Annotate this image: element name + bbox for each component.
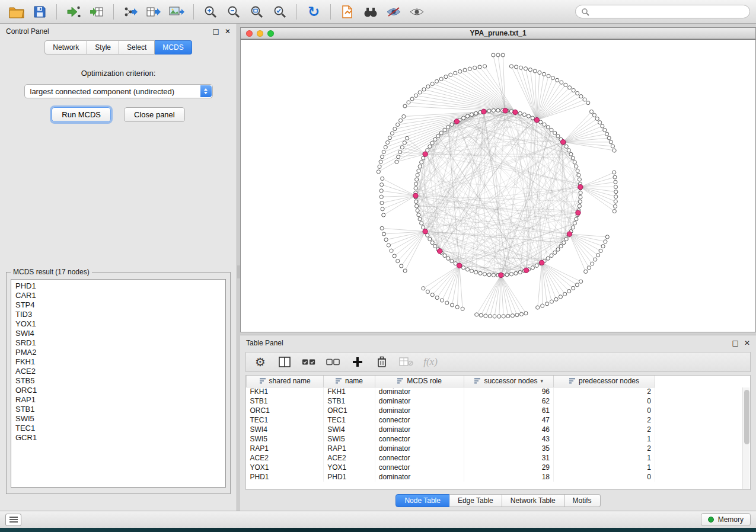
- close-panel-button[interactable]: Close panel: [124, 107, 185, 122]
- table-cell[interactable]: SWI4: [247, 425, 324, 434]
- table-cell[interactable]: 61: [464, 406, 554, 415]
- refresh-layout-button[interactable]: ↻: [303, 2, 324, 21]
- table-cell[interactable]: connector: [375, 415, 464, 425]
- float-panel-icon[interactable]: □: [732, 339, 739, 347]
- table-cell[interactable]: ACE2: [247, 453, 324, 463]
- mcds-result-item[interactable]: SRD1: [15, 338, 221, 348]
- table-cell[interactable]: FKH1: [324, 387, 375, 396]
- network-graph[interactable]: [241, 40, 755, 332]
- tab-network[interactable]: Network: [44, 40, 87, 55]
- table-cell[interactable]: SWI5: [247, 434, 324, 444]
- table-cell[interactable]: YOX1: [324, 463, 375, 472]
- tab-mcds[interactable]: MCDS: [155, 40, 192, 55]
- panel-splitter[interactable]: [237, 24, 240, 511]
- tab-select[interactable]: Select: [119, 40, 155, 55]
- table-cell[interactable]: STB1: [324, 396, 375, 406]
- mcds-result-item[interactable]: TID3: [15, 310, 221, 319]
- column-header-shared-name[interactable]: shared name: [247, 376, 324, 387]
- table-row[interactable]: FKH1FKH1dominator962: [247, 387, 655, 396]
- import-table-button[interactable]: [86, 2, 107, 21]
- table-cell[interactable]: ORC1: [324, 406, 375, 415]
- table-cell[interactable]: 0: [553, 406, 655, 415]
- run-mcds-button[interactable]: Run MCDS: [52, 107, 111, 122]
- export-table-button[interactable]: [143, 2, 164, 21]
- table-cell[interactable]: 2: [553, 387, 655, 396]
- minimize-window-icon[interactable]: [257, 30, 263, 37]
- mcds-result-item[interactable]: STP4: [15, 300, 221, 310]
- column-header-predecessor-nodes[interactable]: predecessor nodes: [553, 376, 655, 387]
- export-image-button[interactable]: [166, 2, 187, 21]
- table-cell[interactable]: dominator: [375, 387, 464, 396]
- table-cell[interactable]: ACE2: [324, 453, 375, 463]
- table-cell[interactable]: 35: [464, 444, 554, 453]
- table-cell[interactable]: PHD1: [247, 472, 324, 482]
- table-cell[interactable]: 0: [553, 396, 655, 406]
- table-cell[interactable]: 0: [553, 472, 655, 482]
- table-cell[interactable]: YOX1: [247, 463, 324, 472]
- zoom-in-button[interactable]: [200, 2, 221, 21]
- mcds-result-item[interactable]: ACE2: [15, 367, 221, 376]
- tab-style[interactable]: Style: [87, 40, 119, 55]
- mcds-result-item[interactable]: TEC1: [15, 424, 221, 433]
- mcds-result-item[interactable]: STB1: [15, 405, 221, 414]
- table-cell[interactable]: 2: [553, 444, 655, 453]
- mcds-result-item[interactable]: RAP1: [15, 395, 221, 405]
- table-row[interactable]: TEC1TEC1connector472: [247, 415, 655, 425]
- mcds-result-item[interactable]: CAR1: [15, 291, 221, 300]
- table-cell[interactable]: TEC1: [247, 415, 324, 425]
- zoom-out-button[interactable]: [223, 2, 244, 21]
- mcds-result-item[interactable]: ORC1: [15, 386, 221, 395]
- column-header-successor-nodes[interactable]: successor nodes▾: [464, 376, 554, 387]
- table-cell[interactable]: SWI4: [324, 425, 375, 434]
- copy-document-button[interactable]: [337, 2, 358, 21]
- tab-node-table[interactable]: Node Table: [395, 494, 449, 507]
- delete-column-button[interactable]: [375, 355, 389, 369]
- first-neighbors-button[interactable]: [360, 2, 381, 21]
- table-cell[interactable]: 46: [464, 425, 554, 434]
- table-row[interactable]: SWI5SWI5connector431: [247, 434, 655, 444]
- splitter-handle-icon[interactable]: [237, 265, 240, 278]
- table-cell[interactable]: 31: [464, 453, 554, 463]
- table-cell[interactable]: SWI5: [324, 434, 375, 444]
- table-cell[interactable]: 43: [464, 434, 554, 444]
- table-cell[interactable]: TEC1: [324, 415, 375, 425]
- import-network-button[interactable]: [63, 2, 84, 21]
- table-cell[interactable]: 29: [464, 463, 554, 472]
- table-row[interactable]: ORC1ORC1dominator610: [247, 406, 655, 415]
- close-window-icon[interactable]: [246, 30, 253, 37]
- select-all-columns-button[interactable]: [302, 355, 316, 369]
- table-cell[interactable]: 62: [464, 396, 554, 406]
- create-column-button[interactable]: [350, 355, 365, 369]
- mcds-result-item[interactable]: SWI4: [15, 329, 221, 338]
- tab-network-table[interactable]: Network Table: [502, 494, 564, 507]
- table-row[interactable]: STB1STB1dominator620: [247, 396, 655, 406]
- tab-motifs[interactable]: Motifs: [564, 494, 601, 507]
- show-all-button[interactable]: [406, 2, 428, 21]
- show-columns-button[interactable]: [277, 355, 292, 369]
- table-cell[interactable]: 2: [553, 415, 655, 425]
- table-scrollbar-thumb[interactable]: [744, 390, 749, 444]
- table-cell[interactable]: ORC1: [247, 406, 324, 415]
- export-network-button[interactable]: [120, 2, 141, 21]
- table-cell[interactable]: FKH1: [247, 387, 324, 396]
- table-cell[interactable]: 1: [553, 434, 655, 444]
- table-row[interactable]: RAP1RAP1dominator352: [247, 444, 655, 453]
- tab-edge-table[interactable]: Edge Table: [449, 494, 502, 507]
- table-cell[interactable]: PHD1: [324, 472, 375, 482]
- search-input[interactable]: [593, 8, 744, 16]
- table-settings-button[interactable]: ⚙: [253, 355, 267, 369]
- table-cell[interactable]: dominator: [375, 406, 464, 415]
- table-row[interactable]: PHD1PHD1dominator180: [247, 472, 655, 482]
- hide-selected-button[interactable]: [383, 2, 404, 21]
- table-row[interactable]: YOX1YOX1connector291: [247, 463, 655, 472]
- mcds-result-item[interactable]: GCR1: [15, 433, 221, 443]
- mcds-result-item[interactable]: PHD1: [15, 281, 221, 291]
- close-panel-icon[interactable]: ✕: [744, 339, 750, 347]
- open-file-button[interactable]: [6, 2, 27, 21]
- table-cell[interactable]: 1: [553, 463, 655, 472]
- network-canvas[interactable]: [241, 39, 755, 332]
- table-cell[interactable]: dominator: [375, 444, 464, 453]
- mcds-result-item[interactable]: PMA2: [15, 348, 221, 357]
- column-header-name[interactable]: name: [324, 376, 375, 387]
- deselect-all-columns-button[interactable]: [326, 355, 340, 369]
